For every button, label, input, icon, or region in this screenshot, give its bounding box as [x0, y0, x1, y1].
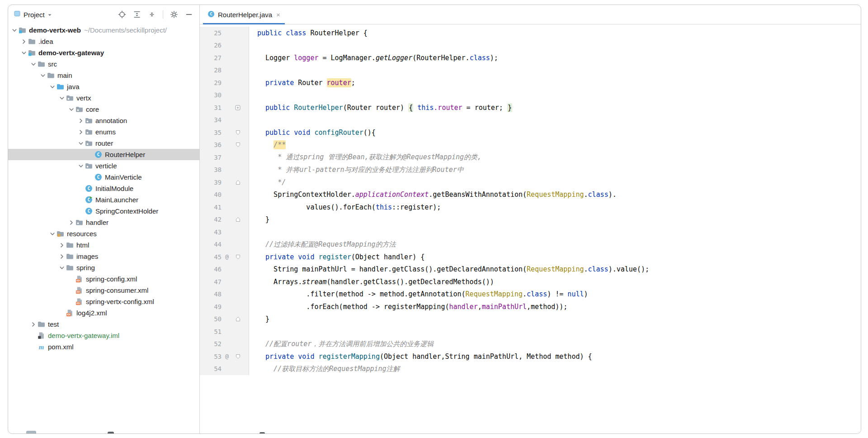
tab-close-icon[interactable]: × [276, 11, 280, 19]
code-text[interactable]: private void register(Object handler) { [249, 253, 425, 261]
code-text[interactable]: public void configRouter(){ [249, 129, 376, 137]
code-text[interactable]: public class RouterHelper { [249, 29, 368, 37]
code-line-42[interactable]: 42 } [200, 214, 861, 226]
chevron-expanded-icon[interactable] [48, 230, 57, 238]
code-line-35[interactable]: 35 public void configRouter(){ [200, 126, 861, 139]
fold-marker-up-icon[interactable] [232, 217, 243, 222]
tree-item-mainlauncher[interactable]: CMainLauncher [8, 194, 199, 205]
code-line-49[interactable]: 49 .forEach(method -> registerMapping(ha… [200, 300, 861, 313]
code-line-30[interactable]: 30 [200, 89, 861, 102]
code-line-50[interactable]: 50 } [200, 313, 861, 326]
chevron-expanded-icon[interactable] [10, 27, 19, 34]
code-line-37[interactable]: 37 * 通过spring 管理的Bean,获取注解为@RequestMappi… [200, 151, 861, 164]
code-text[interactable]: private void registerMapping(Object hand… [249, 352, 592, 361]
tree-item-annotation[interactable]: annotation [8, 115, 199, 126]
chevron-expanded-icon[interactable] [58, 95, 66, 102]
collapse-all-icon[interactable] [146, 9, 158, 20]
tree-item-initialmodule[interactable]: CInitialModule [8, 183, 199, 194]
tree-item-springcontextholder[interactable]: CSpringContextHolder [8, 205, 199, 217]
tree-item-log4j2-xml[interactable]: <>log4j2.xml [8, 307, 199, 319]
code-text[interactable]: /** [249, 141, 286, 149]
tree-item-spring-vertx-config-xml[interactable]: <>spring-vertx-config.xml [8, 296, 199, 307]
code-line-40[interactable]: 40 SpringContextHolder.applicationContex… [200, 189, 861, 201]
locate-file-icon[interactable] [116, 9, 128, 20]
code-line-38[interactable]: 38 * 并将url-pattern与对应的业务处理方法注册到Router中 [200, 164, 861, 176]
code-editor[interactable]: 25public class RouterHelper {2627 Logger… [200, 24, 861, 433]
tree-item-spring[interactable]: spring [8, 262, 199, 273]
chevron-expanded-icon[interactable] [39, 72, 47, 79]
code-line-36[interactable]: 36 /** [200, 139, 861, 152]
tree-item-router[interactable]: router [8, 138, 199, 149]
fold-marker-down-icon[interactable] [232, 354, 243, 359]
code-line-43[interactable]: 43 [200, 226, 861, 238]
tree-item-verticle[interactable]: verticle [8, 160, 199, 171]
code-text[interactable]: public RouterHelper(Router router) { thi… [249, 104, 512, 112]
tree-item-src[interactable]: src [8, 58, 199, 70]
chevron-expanded-icon[interactable] [77, 162, 85, 170]
code-line-52[interactable]: 52 //配置router，并在方法调用前后增加公共的业务逻辑 [200, 338, 861, 351]
code-line-25[interactable]: 25public class RouterHelper { [200, 27, 861, 39]
tree-item-core[interactable]: core [8, 104, 199, 115]
code-text[interactable]: .forEach(method -> registerMapping(handl… [249, 303, 567, 311]
code-line-48[interactable]: 48 .filter(method -> method.getAnnotatio… [200, 288, 861, 301]
tree-item-routerhelper[interactable]: CRouterHelper [8, 149, 199, 160]
code-text[interactable]: .filter(method -> method.getAnnotation(R… [249, 290, 588, 298]
code-line-39[interactable]: 39 */ [200, 176, 861, 189]
tab-routerhelper-java[interactable]: C RouterHelper.java × [203, 5, 285, 24]
fold-marker-down-icon[interactable] [232, 130, 243, 135]
tree-item-enums[interactable]: enums [8, 126, 199, 138]
chevron-collapsed-icon[interactable] [77, 117, 85, 124]
chevron-expanded-icon[interactable] [58, 264, 66, 271]
tree-item-test[interactable]: test [8, 319, 199, 330]
code-line-54[interactable]: 54 //获取目标方法的RequestMapping注解 [200, 363, 861, 376]
fold-marker-down-icon[interactable] [232, 254, 243, 260]
code-text[interactable]: * 通过spring 管理的Bean,获取注解为@RequestMapping的… [249, 153, 481, 162]
code-line-28[interactable]: 28 [200, 64, 861, 77]
settings-gear-icon[interactable] [168, 9, 180, 20]
chevron-expanded-icon[interactable] [77, 140, 85, 147]
code-text[interactable]: //配置router，并在方法调用前后增加公共的业务逻辑 [249, 340, 434, 348]
code-text[interactable]: } [249, 315, 269, 323]
tree-item-resources[interactable]: resources [8, 228, 199, 239]
code-line-44[interactable]: 44 //过滤掉未配置@RequestMapping的方法 [200, 238, 861, 251]
tree-item-html[interactable]: html [8, 239, 199, 251]
fold-marker-up-icon[interactable] [232, 180, 243, 185]
project-view-selector[interactable]: Project [14, 10, 52, 19]
chevron-collapsed-icon[interactable] [58, 242, 66, 249]
code-line-26[interactable]: 26 [200, 39, 861, 52]
chevron-collapsed-icon[interactable] [20, 38, 28, 45]
chevron-collapsed-icon[interactable] [58, 253, 66, 260]
code-text[interactable]: } [249, 215, 269, 224]
code-line-41[interactable]: 41 values().forEach(this::register); [200, 201, 861, 214]
code-text[interactable]: Logger logger = LogManager.getLogger(Rou… [249, 54, 498, 62]
code-line-29[interactable]: 29 private Router router; [200, 76, 861, 89]
tree-item-pom-xml[interactable]: mpom.xml [8, 341, 199, 352]
tree-item-java[interactable]: java [8, 81, 199, 92]
fold-marker-down-icon[interactable] [232, 142, 243, 148]
code-text[interactable]: values().forEach(this::register); [249, 203, 441, 211]
code-text[interactable]: SpringContextHolder.applicationContext.g… [249, 190, 617, 199]
tree-item-demo-vertx-web[interactable]: demo-vertx-web~/Documents/seckillproject… [8, 24, 199, 36]
code-text[interactable]: Arrays.stream(handler.getClass().getDecl… [249, 278, 494, 286]
code-line-53[interactable]: 53@ private void registerMapping(Object … [200, 350, 861, 363]
code-line-47[interactable]: 47 Arrays.stream(handler.getClass().getD… [200, 276, 861, 288]
code-text[interactable]: * 并将url-pattern与对应的业务处理方法注册到Router中 [249, 166, 464, 174]
code-line-31[interactable]: 31 public RouterHelper(Router router) { … [200, 101, 861, 114]
tree-item-mainverticle[interactable]: CMainVerticle [8, 171, 199, 183]
tree-item-handler[interactable]: handler [8, 217, 199, 228]
tree-item-main[interactable]: main [8, 70, 199, 81]
hide-panel-icon[interactable] [183, 9, 195, 20]
code-line-34[interactable]: 34 [200, 114, 861, 127]
tree-item-demo-vertx-gateway[interactable]: demo-vertx-gateway [8, 47, 199, 58]
tree-item--idea[interactable]: .idea [8, 36, 199, 47]
chevron-collapsed-icon[interactable] [29, 321, 38, 328]
fold-marker-up-icon[interactable] [232, 316, 243, 322]
chevron-expanded-icon[interactable] [67, 106, 75, 113]
code-text[interactable]: //过滤掉未配置@RequestMapping的方法 [249, 240, 396, 249]
tree-item-demo-vertx-gateway-iml[interactable]: demo-vertx-gateway.iml [8, 330, 199, 341]
tree-item-vertx[interactable]: vertx [8, 92, 199, 104]
tree-item-spring-config-xml[interactable]: <>spring-config.xml [8, 273, 199, 285]
code-line-51[interactable]: 51 [200, 325, 861, 338]
code-text[interactable]: String mainPathUrl = handler.getClass().… [249, 265, 649, 273]
chevron-expanded-icon[interactable] [48, 83, 57, 90]
